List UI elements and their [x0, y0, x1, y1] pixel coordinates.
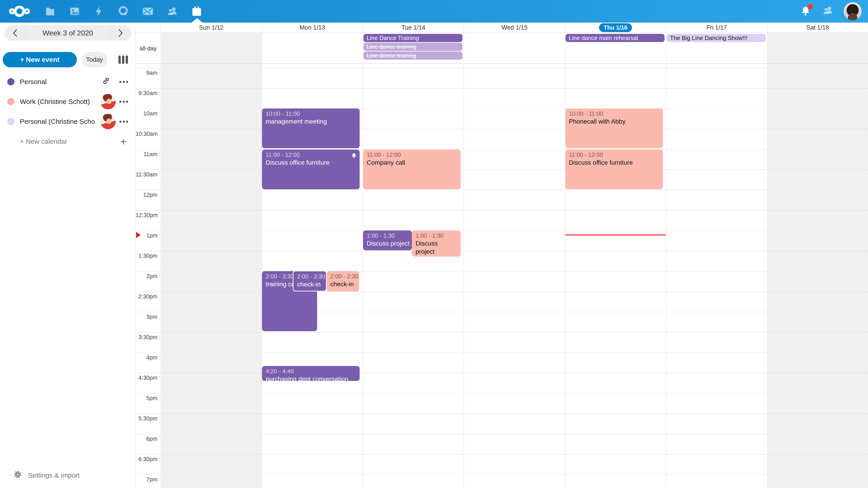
today-button[interactable]: Today: [82, 52, 107, 67]
event-title: check-in: [330, 280, 355, 288]
time-label: 4pm: [135, 354, 157, 361]
share-link-icon[interactable]: [100, 77, 111, 87]
event-title: check-in: [297, 281, 322, 289]
talk-icon[interactable]: [117, 4, 130, 18]
calendar-list: Personal Work (Christine Schott) Persona: [0, 72, 135, 151]
day-header-wed[interactable]: Wed 1/15: [464, 23, 565, 33]
contacts-menu-icon[interactable]: [822, 4, 834, 18]
day-label: Tue 1/14: [401, 24, 426, 31]
new-event-button[interactable]: + New event: [3, 52, 77, 67]
time-label: 3:30pm: [135, 334, 157, 340]
calendar-item-work-christine[interactable]: Work (Christine Schott): [0, 92, 135, 111]
time-label: 10:30am: [135, 131, 157, 137]
notification-badge: [807, 4, 813, 9]
day-header-row: Sun 1/12 Mon 1/13 Tue 1/14 Wed 1/15 Thu …: [135, 23, 868, 33]
calendar-color-dot[interactable]: [7, 118, 14, 125]
new-calendar-button[interactable]: + New calendar +: [0, 131, 135, 151]
all-day-cell: [767, 33, 868, 63]
next-week-button[interactable]: [110, 25, 131, 41]
day-column-thu[interactable]: 10:00 - 11:00 Phonecall with Abby 11:00 …: [565, 64, 666, 488]
day-header-sun[interactable]: Sun 1/12: [160, 23, 261, 33]
event-phonecall-with-abby[interactable]: 10:00 - 11:00 Phonecall with Abby: [565, 108, 663, 148]
time-label: 9am: [135, 70, 157, 76]
files-icon[interactable]: [43, 4, 57, 18]
time-label: 12:30pm: [135, 212, 157, 219]
event-title: Discuss office furniture: [569, 159, 659, 167]
settings-import-button[interactable]: Settings & import: [0, 467, 135, 484]
event-time: 2:00 - 2:30: [297, 273, 322, 281]
calendar-color-dot[interactable]: [7, 78, 14, 86]
hour-line: [135, 352, 868, 353]
allday-event-declined[interactable]: Line dance training: [364, 43, 463, 51]
activity-icon[interactable]: [92, 4, 106, 18]
hour-line: [135, 393, 868, 394]
time-grid[interactable]: 10:00 - 11:00 management meeting 11:00 -…: [135, 64, 868, 488]
day-header-fri[interactable]: Fri 1/17: [666, 23, 767, 33]
allday-event[interactable]: The Big Line Dancing Show!!!: [667, 34, 766, 42]
day-header-sat[interactable]: Sat 1/18: [767, 23, 868, 33]
today-pill: Thu 1/16: [599, 23, 632, 32]
day-label: Wed 1/15: [501, 24, 527, 31]
event-purchasing-dept-conversation[interactable]: 4:20 - 4:40 purchasing dept conversation: [262, 366, 360, 381]
day-column-mon[interactable]: 10:00 - 11:00 management meeting 11:00 -…: [261, 64, 363, 488]
day-label: Sun 1/12: [199, 24, 223, 31]
event-check-in-2[interactable]: 2:00 - 2:30 check-in: [327, 271, 359, 291]
event-discuss-project-announcement-1[interactable]: 1:00 - 1:30 Discuss project announcement: [363, 230, 412, 250]
half-hour-line: [135, 169, 868, 170]
calendar-actions-menu[interactable]: [119, 118, 129, 125]
event-time: 1:00 - 1:30: [415, 232, 457, 239]
day-header-thu-today[interactable]: Thu 1/16: [565, 23, 666, 33]
event-time: 10:00 - 11:00: [569, 110, 659, 118]
day-header-mon[interactable]: Mon 1/13: [261, 23, 363, 33]
calendar-item-personal[interactable]: Personal: [0, 72, 135, 92]
event-check-in-1[interactable]: 2:00 - 2:30 check-in: [293, 271, 327, 291]
half-hour-line: [135, 414, 868, 414]
time-label: 11am: [135, 151, 157, 158]
calendar-actions-menu[interactable]: [119, 78, 129, 86]
week-switcher[interactable]: Week 3 of 2020: [4, 25, 131, 41]
notifications-bell-icon[interactable]: [800, 5, 812, 17]
event-discuss-office-furniture[interactable]: 11:00 - 12:00 Discuss office furniture: [262, 150, 360, 189]
shared-by-avatar: [100, 94, 116, 109]
allday-event[interactable]: Line dance main rehearsal: [565, 34, 664, 42]
day-header-tue[interactable]: Tue 1/14: [363, 23, 464, 33]
half-hour-line: [135, 129, 868, 129]
time-label: 5:30pm: [135, 415, 157, 422]
all-day-cell: [160, 33, 261, 63]
previous-week-button[interactable]: [4, 25, 25, 41]
event-time: 1:00 - 1:30: [367, 232, 408, 239]
event-time: 11:00 - 12:00: [367, 151, 457, 159]
day-header-gutter: [135, 23, 160, 33]
event-company-call[interactable]: 11:00 - 12:00 Company call: [363, 150, 461, 189]
calendar-name: Personal: [20, 78, 96, 86]
time-label: 2pm: [135, 273, 157, 280]
calendar-name: Personal (Christine Scho…: [20, 118, 96, 125]
event-discuss-office-furniture-thu[interactable]: 11:00 - 12:00 Discuss office furniture: [565, 150, 663, 189]
day-label: Fri 1/17: [706, 24, 727, 31]
view-toggle-icon[interactable]: [119, 56, 128, 64]
user-avatar[interactable]: [844, 2, 862, 20]
event-title: Discuss office furniture: [266, 159, 356, 167]
calendar-icon[interactable]: [190, 4, 204, 18]
day-column-tue[interactable]: 11:00 - 12:00 Company call 1:00 - 1:30 D…: [363, 64, 464, 488]
time-label: 9:30am: [135, 90, 157, 96]
mail-icon[interactable]: [141, 4, 155, 18]
allday-event[interactable]: Line Dance Training: [364, 34, 463, 42]
calendar-actions-menu[interactable]: [119, 98, 129, 105]
calendar-color-dot[interactable]: [7, 98, 14, 105]
photos-icon[interactable]: [68, 4, 81, 18]
plus-icon[interactable]: +: [119, 135, 128, 148]
calendar-item-personal-christine[interactable]: Personal (Christine Scho…: [0, 111, 135, 131]
time-label: 7pm: [135, 476, 157, 483]
event-discuss-project-announcement-2[interactable]: 1:00 - 1:30 Discuss project announcement: [412, 230, 461, 257]
half-hour-line: [135, 454, 868, 455]
half-hour-line: [135, 332, 868, 332]
event-management-meeting[interactable]: 10:00 - 11:00 management meeting: [262, 108, 360, 148]
day-column-separator: [464, 64, 464, 488]
hour-line: [135, 475, 868, 475]
day-column-separator: [666, 64, 666, 488]
all-day-row: all-day Line Dance Training Line dance t…: [135, 33, 868, 64]
contacts-icon[interactable]: [165, 4, 179, 18]
allday-event-declined[interactable]: Line dance training: [364, 52, 463, 60]
nextcloud-logo-icon[interactable]: [9, 4, 30, 20]
